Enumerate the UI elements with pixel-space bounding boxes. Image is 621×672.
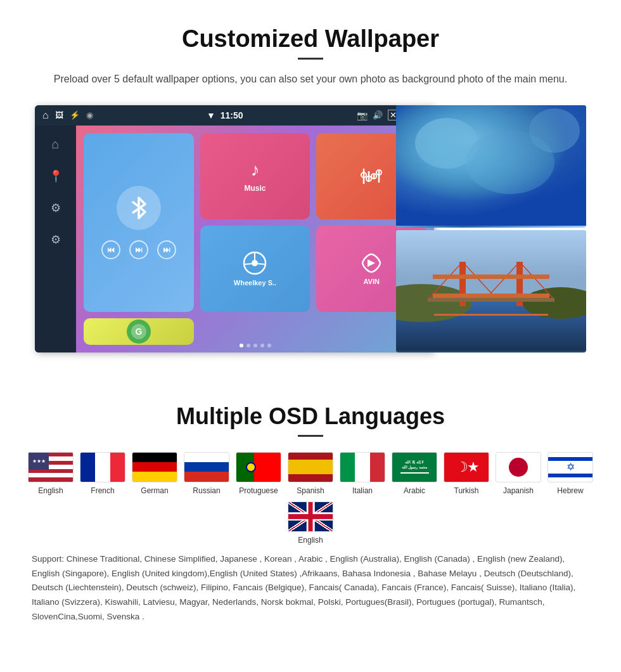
flag-item-spain: Spanish bbox=[288, 452, 333, 495]
svg-rect-16 bbox=[396, 105, 586, 226]
svg-point-18 bbox=[466, 131, 554, 194]
media-controls: ⏮ ⏭ ⏭ bbox=[101, 240, 176, 259]
nav-settings-icon[interactable]: ⚙ bbox=[51, 233, 61, 247]
flag-label-russia: Russian bbox=[193, 486, 220, 495]
svg-rect-30 bbox=[428, 298, 554, 302]
flag-arabic: لا إله إلا اللهمحمد رسول الله bbox=[392, 452, 437, 482]
wallpaper-section: Customized Wallpaper Preload over 5 defa… bbox=[0, 0, 621, 378]
avin-label: AVIN bbox=[363, 278, 379, 285]
flag-label-spain: Spanish bbox=[297, 486, 324, 495]
languages-section: Multiple OSD Languages ★★★ English bbox=[0, 378, 621, 638]
support-text: Support: Chinese Traditional, Chinese Si… bbox=[25, 552, 596, 625]
flag-item-portugal: Protuguese bbox=[236, 452, 281, 495]
dot-1 bbox=[240, 344, 243, 347]
maps-icon: G bbox=[125, 318, 152, 345]
nav-location-icon[interactable]: 📍 bbox=[49, 169, 63, 183]
svg-point-9 bbox=[252, 260, 258, 266]
wallpaper-subtitle: Preload over 5 default wallpaper options… bbox=[51, 71, 570, 87]
flag-label-france: French bbox=[91, 486, 114, 495]
flag-item-arabic: لا إله إلا اللهمحمد رسول الله Arabic bbox=[392, 452, 437, 495]
device-content: ⏮ ⏭ ⏭ ♪ Music bbox=[76, 126, 434, 352]
thumbnail-ice bbox=[396, 105, 586, 228]
flag-usa: ★★★ bbox=[28, 452, 74, 482]
usb-icon: ⚡ bbox=[70, 110, 80, 120]
status-bar-time: ▼ 11:50 bbox=[207, 110, 243, 120]
skip-icon[interactable]: ⏭ bbox=[157, 240, 176, 259]
flag-russia bbox=[184, 452, 229, 482]
nav-home-icon[interactable]: ⌂ bbox=[51, 137, 59, 152]
flag-japan bbox=[496, 452, 541, 482]
prev-icon[interactable]: ⏮ bbox=[101, 240, 120, 259]
flag-uk bbox=[288, 501, 333, 532]
dot-5 bbox=[267, 344, 271, 347]
svg-point-17 bbox=[415, 118, 478, 169]
record-icon: ◉ bbox=[86, 110, 93, 120]
avin-icon bbox=[360, 252, 383, 275]
wallpaper-title: Customized Wallpaper bbox=[25, 25, 596, 53]
bridge-svg bbox=[396, 230, 586, 351]
home-icon: ⌂ bbox=[42, 110, 49, 121]
flag-portugal bbox=[236, 452, 281, 482]
svg-text:G: G bbox=[135, 326, 142, 337]
flag-item-russia: Russian bbox=[184, 452, 229, 495]
flag-spain bbox=[288, 452, 333, 482]
flag-label-israel: Hebrew bbox=[557, 486, 583, 495]
tile-maps[interactable]: G bbox=[84, 318, 194, 345]
music-icon: ♪ bbox=[250, 160, 259, 180]
flag-label-usa: English bbox=[38, 486, 63, 495]
ice-svg bbox=[396, 105, 586, 226]
wallpaper-thumbnails bbox=[396, 105, 586, 352]
time-display: 11:50 bbox=[221, 110, 243, 120]
flag-item-germany: German bbox=[132, 452, 177, 495]
device-body: ⌂ 📍 ⚙ ⚙ ⏮ bbox=[35, 126, 434, 352]
status-bar-left: ⌂ 🖼 ⚡ ◉ bbox=[42, 110, 93, 121]
flag-label-portugal: Protuguese bbox=[239, 486, 278, 495]
languages-divider bbox=[298, 435, 323, 437]
dot-2 bbox=[246, 344, 250, 347]
dot-3 bbox=[253, 344, 257, 347]
nav-equalizer-icon[interactable]: ⚙ bbox=[51, 201, 61, 215]
wheelkey-label: Wheelkey S.. bbox=[234, 279, 276, 287]
wifi-icon: ▼ bbox=[207, 110, 215, 120]
device-mockup: ⌂ 🖼 ⚡ ◉ ▼ 11:50 📷 🔊 ✕ ⬜ ↩ bbox=[35, 105, 586, 359]
flag-item-usa: ★★★ English bbox=[28, 452, 74, 495]
tile-bluetooth[interactable]: ⏮ ⏭ ⏭ bbox=[84, 133, 194, 312]
flag-item-israel: ✡ Hebrew bbox=[547, 452, 593, 495]
flag-label-italy: Italian bbox=[352, 486, 373, 495]
wallpaper-divider bbox=[298, 58, 323, 60]
tile-wheelkey[interactable]: Wheelkey S.. bbox=[200, 226, 310, 312]
flag-label-uk: English bbox=[298, 536, 323, 545]
music-label: Music bbox=[244, 184, 266, 193]
bluetooth-icon bbox=[125, 194, 153, 222]
flag-item-turkey: ☽ ★ Turkish bbox=[444, 452, 489, 495]
flags-grid: ★★★ English French German bbox=[25, 452, 596, 545]
status-bar: ⌂ 🖼 ⚡ ◉ ▼ 11:50 📷 🔊 ✕ ⬜ ↩ bbox=[35, 105, 434, 126]
tile-music[interactable]: ♪ Music bbox=[200, 133, 310, 219]
svg-line-12 bbox=[258, 264, 266, 264]
device-sidebar: ⌂ 📍 ⚙ ⚙ bbox=[35, 126, 76, 352]
dot-4 bbox=[260, 344, 264, 347]
flag-italy bbox=[340, 452, 385, 482]
svg-point-19 bbox=[529, 108, 580, 153]
flag-label-japan: Japanish bbox=[503, 486, 534, 495]
image-icon: 🖼 bbox=[55, 110, 63, 120]
volume-icon: 🔊 bbox=[373, 110, 383, 120]
flag-label-turkey: Turkish bbox=[454, 486, 479, 495]
flag-turkey: ☽ ★ bbox=[444, 452, 489, 482]
next-icon[interactable]: ⏭ bbox=[129, 240, 148, 259]
flag-item-italy: Italian bbox=[340, 452, 385, 495]
flag-item-france: French bbox=[80, 452, 125, 495]
equalizer-icon bbox=[360, 165, 383, 188]
thumbnail-bridge bbox=[396, 230, 586, 352]
flag-france bbox=[80, 452, 125, 482]
bluetooth-icon-bg bbox=[117, 186, 161, 230]
flag-item-uk: English bbox=[288, 501, 333, 545]
steering-icon bbox=[242, 250, 267, 276]
camera-icon: 📷 bbox=[357, 110, 368, 120]
flag-israel: ✡ bbox=[547, 452, 593, 482]
flag-label-arabic: Arabic bbox=[404, 486, 425, 495]
flag-label-germany: German bbox=[141, 486, 168, 495]
flag-germany bbox=[132, 452, 177, 482]
flag-item-japan: Japanish bbox=[496, 452, 541, 495]
device-screen: ⌂ 🖼 ⚡ ◉ ▼ 11:50 📷 🔊 ✕ ⬜ ↩ bbox=[35, 105, 434, 352]
